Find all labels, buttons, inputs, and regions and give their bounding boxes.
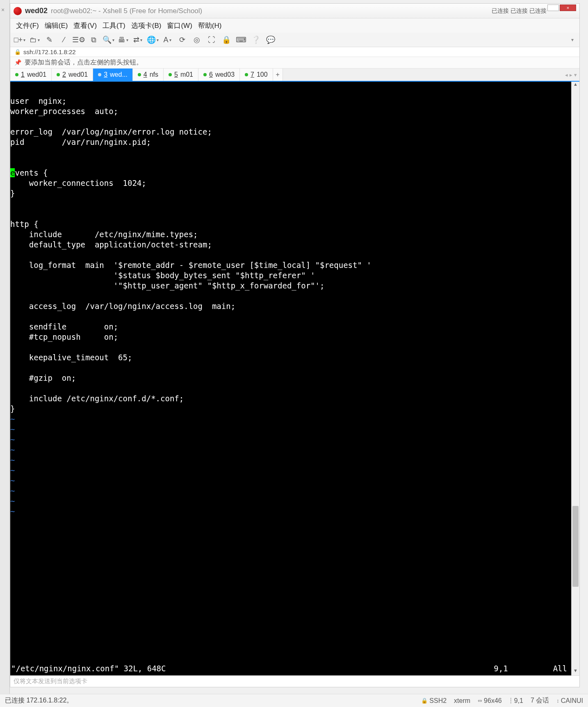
edit-icon[interactable]: ✎ [44,34,55,45]
close-edge-icon[interactable]: × [0,7,6,12]
title-path: root@web02:~ - Xshell 5 (Free for Home/S… [51,7,202,15]
tab-number: 4 [144,71,147,78]
tab-label: wed... [110,71,128,78]
status-size: 96x46 [484,697,502,705]
globe-icon[interactable]: 🌐 [147,34,158,45]
tab-label: m01 [180,71,193,78]
status-bar: 已连接 172.16.1.8:22。 🔒SSH2 xterm ⇔96x46 ┆9… [0,694,588,707]
session-tab[interactable]: 1 wed01 [10,69,52,81]
pin-icon[interactable]: 📌 [14,59,21,66]
highlight-icon[interactable]: ⁄ [59,34,69,45]
menu-item[interactable]: 工具(T) [101,20,127,31]
hint-bar: 📌 要添加当前会话，点击左侧的箭头按钮。 [10,57,579,69]
tab-number: 3 [104,71,107,78]
vim-position: 9,1 [494,664,508,674]
search-icon[interactable]: 🔍 [103,34,114,45]
connection-status-text: 已连接 已连接 已连接 [492,7,547,15]
title-session-name: wed02 [25,7,48,15]
session-tab[interactable]: 2 wed01 [52,69,93,81]
session-tab[interactable]: 5 m01 [164,69,198,81]
app-window: wed02 root@web02:~ - Xshell 5 (Free for … [10,3,580,687]
toolbar-overflow-icon[interactable]: ▾ [570,35,575,44]
pos-icon: ┆ [509,698,513,704]
vim-scroll: All [553,664,567,674]
tab-label: wed01 [68,71,88,78]
session-tab[interactable]: 6 wed03 [198,69,240,81]
status-term: xterm [454,697,470,705]
toolbar: □+🗀✎⁄☰⚙⧉🔍🖶⇄🌐A⟳◎⛶🔒⌨❔💬▾ [10,33,579,47]
app-logo-icon [14,7,22,15]
tab-number: 5 [174,71,178,78]
tab-label: wed03 [215,71,235,78]
status-dot-icon [15,73,18,76]
chat-icon[interactable]: 💬 [265,34,276,45]
size-icon: ⇔ [478,698,482,704]
status-dot-icon [203,73,207,76]
status-dot-icon [138,73,141,76]
status-sessions: 7 会话 [531,696,549,705]
fullscreen-icon[interactable]: ⛶ [206,34,217,45]
tab-number: 7 [251,71,254,78]
open-icon[interactable]: 🗀 [29,34,40,45]
font-icon[interactable]: A [162,34,173,45]
hint-text: 要添加当前会话，点击左侧的箭头按钮。 [25,59,143,66]
status-dot-icon [169,73,172,76]
status-pos: 9,1 [514,697,523,705]
tab-number: 2 [62,71,66,78]
tab-prev-icon[interactable]: ◂ [565,72,568,78]
menu-bar: 文件(F)编辑(E)查看(V)工具(T)选项卡(B)窗口(W)帮助(H) [10,18,579,33]
target-icon[interactable]: ◎ [191,34,202,45]
session-tab[interactable]: 3 wed... [93,69,133,81]
lock-status-icon: 🔒 [421,698,428,704]
session-tab[interactable]: 4 nfs [133,69,164,81]
keyboard-icon[interactable]: ⌨ [236,34,246,45]
scroll-thumb[interactable] [572,506,579,587]
status-ssh: SSH2 [429,697,447,705]
address-bar[interactable]: 🔒 ssh://172.16.1.8:22 [10,47,579,57]
scrollbar[interactable]: ▲ ▼ [571,82,579,675]
menu-item[interactable]: 帮助(H) [196,20,223,31]
vim-file-status: "/etc/nginx/nginx.conf" 32L, 648C [10,664,166,674]
scroll-track[interactable] [572,89,579,668]
tab-label: wed01 [27,71,46,78]
terminal[interactable]: user nginx; worker_processes auto; error… [10,82,571,675]
refresh-icon[interactable]: ⟳ [177,34,187,45]
menu-item[interactable]: 查看(V) [72,20,98,31]
scroll-down-icon[interactable]: ▼ [572,668,579,675]
lock-icon[interactable]: 🔒 [221,34,232,45]
new-tab-button[interactable]: + [273,69,283,81]
close-button[interactable]: × [560,5,576,11]
menu-item[interactable]: 选项卡(B) [130,20,163,31]
tab-next-icon[interactable]: ▸ [570,72,572,78]
status-caps: CAINUI [561,697,583,705]
scroll-up-icon[interactable]: ▲ [572,82,579,89]
menu-item[interactable]: 窗口(W) [165,20,194,31]
title-bar: wed02 root@web02:~ - Xshell 5 (Free for … [10,4,579,18]
status-dot-icon [98,73,101,76]
tab-label: 100 [257,71,268,78]
send-placeholder: 仅将文本发送到当前选项卡 [14,677,87,684]
properties-icon[interactable]: ☰⚙ [73,34,84,45]
updown-icon: ↕ [556,698,559,704]
minimize-button[interactable] [547,5,559,11]
session-tabs: 1 wed012 wed013 wed...4 nfs5 m016 wed037… [10,69,579,82]
help-icon[interactable]: ❔ [251,34,261,45]
tab-number: 6 [209,71,213,78]
terminal-area: user nginx; worker_processes auto; error… [10,82,579,675]
left-gutter: × [0,0,10,707]
status-connection: 已连接 172.16.1.8:22。 [5,696,73,705]
tab-label: nfs [150,71,158,78]
send-input[interactable]: 仅将文本发送到当前选项卡 [10,675,579,687]
tab-number: 1 [21,71,25,78]
status-dot-icon [57,73,60,76]
status-dot-icon [245,73,248,76]
tab-menu-icon[interactable]: ▾ [574,72,577,78]
address-text: ssh://172.16.1.8:22 [23,48,76,55]
new-session-icon[interactable]: □+ [14,34,25,45]
menu-item[interactable]: 文件(F) [14,20,41,31]
transfer-icon[interactable]: ⇄ [132,34,143,45]
session-tab[interactable]: 7 100 [240,69,273,81]
print-icon[interactable]: 🖶 [118,34,128,45]
menu-item[interactable]: 编辑(E) [43,20,70,31]
copy-icon[interactable]: ⧉ [88,34,99,45]
